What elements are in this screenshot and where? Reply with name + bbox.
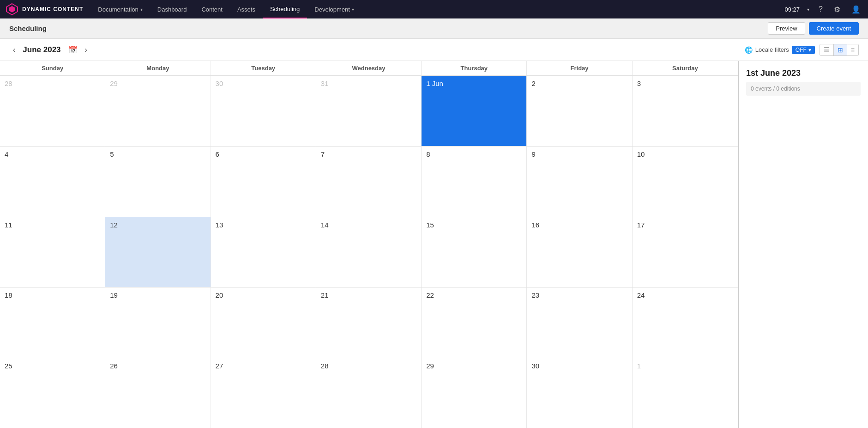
settings-button[interactable]: ⚙ (832, 3, 842, 16)
calendar-cell[interactable]: 3 (633, 76, 738, 146)
day-number: 13 (216, 221, 223, 229)
calendar-controls: 🌐 Locale filters OFF ▾ ☰ ⊞ ≡ (745, 44, 859, 56)
day-headers: SundayMondayTuesdayWednesdayThursdayFrid… (0, 61, 738, 76)
day-number: 16 (531, 221, 539, 229)
chevron-down-icon: ▾ (352, 7, 354, 12)
calendar-cell[interactable]: 30 (211, 76, 316, 146)
day-number: 1 Jun (426, 79, 443, 87)
day-number: 28 (321, 362, 329, 370)
calendar-cell[interactable]: 10 (633, 147, 738, 217)
calendar-cell[interactable]: 22 (422, 287, 527, 358)
calendar-cell[interactable]: 28 (316, 358, 422, 428)
day-number: 31 (321, 79, 329, 87)
calendar-week-2: 11121314151617 (0, 217, 738, 288)
calendar-cell[interactable]: 5 (105, 147, 211, 217)
time-chevron-icon: ▾ (807, 7, 809, 12)
calendar-cell[interactable]: 15 (422, 217, 527, 287)
sub-header: Scheduling Preview Create event (0, 18, 868, 39)
day-number: 12 (110, 221, 118, 229)
calendar-week-1: 45678910 (0, 147, 738, 217)
day-number: 6 (216, 150, 219, 158)
preview-button[interactable]: Preview (768, 22, 805, 35)
chevron-down-icon: ▾ (140, 7, 143, 12)
help-button[interactable]: ? (817, 3, 825, 15)
calendar-cell[interactable]: 7 (316, 147, 422, 217)
calendar-cell[interactable]: 24 (633, 287, 738, 358)
list-view-button[interactable]: ☰ (820, 44, 834, 55)
calendar-cell[interactable]: 26 (105, 358, 211, 428)
day-number: 2 (531, 79, 535, 87)
locale-toggle-button[interactable]: OFF ▾ (792, 46, 815, 54)
calendar-cell[interactable]: 14 (316, 217, 422, 287)
calendar-cell[interactable]: 31 (316, 76, 422, 146)
calendar-cell[interactable]: 25 (0, 358, 105, 428)
nav-item-dashboard[interactable]: Dashboard (150, 0, 194, 18)
side-panel: 1st June 2023 0 events / 0 editions (739, 61, 868, 428)
calendar-main: SundayMondayTuesdayWednesdayThursdayFrid… (0, 61, 739, 428)
calendar-cell[interactable]: 29 (422, 358, 527, 428)
calendar-week-3: 18192021222324 (0, 287, 738, 358)
week-view-button[interactable]: ≡ (847, 44, 858, 55)
calendar-cell[interactable]: 20 (211, 287, 316, 358)
top-navigation: DYNAMIC CONTENT Documentation ▾ Dashboar… (0, 0, 868, 18)
calendar-header: ‹ June 2023 📅 › 🌐 Locale filters OFF ▾ ☰… (0, 39, 868, 61)
nav-time: 09:27 (785, 6, 800, 13)
day-number: 30 (216, 79, 223, 87)
month-view-button[interactable]: ⊞ (834, 44, 847, 55)
logo-text: DYNAMIC CONTENT (22, 6, 83, 12)
nav-item-development[interactable]: Development ▾ (307, 0, 362, 18)
day-number: 24 (637, 291, 645, 299)
calendar-cell[interactable]: 19 (105, 287, 211, 358)
calendar-cell[interactable]: 30 (527, 358, 632, 428)
day-number: 25 (5, 362, 12, 370)
day-number: 7 (321, 150, 325, 158)
calendar-cell[interactable]: 16 (527, 217, 632, 287)
day-label-thursday: Thursday (422, 61, 527, 75)
calendar-cell[interactable]: 29 (105, 76, 211, 146)
day-number: 8 (426, 150, 430, 158)
calendar-cell[interactable]: 12 (105, 217, 211, 287)
calendar-icon-button[interactable]: 📅 (65, 43, 81, 56)
nav-item-documentation[interactable]: Documentation ▾ (90, 0, 150, 18)
nav-item-assets[interactable]: Assets (230, 0, 263, 18)
day-number: 22 (426, 291, 434, 299)
day-number: 27 (216, 362, 223, 370)
calendar-cell[interactable]: 9 (527, 147, 632, 217)
calendar-cell[interactable]: 4 (0, 147, 105, 217)
nav-right: 09:27 ▾ ? ⚙ 👤 (785, 3, 862, 16)
calendar-cell[interactable]: 6 (211, 147, 316, 217)
calendar-cell[interactable]: 11 (0, 217, 105, 287)
calendar-cell[interactable]: 2 (527, 76, 632, 146)
calendar-cell[interactable]: 1 (633, 358, 738, 428)
day-number: 18 (5, 291, 12, 299)
calendar-cell[interactable]: 1 Jun (422, 76, 527, 146)
calendar-week-0: 282930311 Jun23 (0, 76, 738, 147)
prev-month-button[interactable]: ‹ (9, 44, 19, 56)
day-number: 17 (637, 221, 645, 229)
create-event-button[interactable]: Create event (809, 22, 859, 35)
day-number: 10 (637, 150, 645, 158)
nav-item-scheduling[interactable]: Scheduling (263, 0, 307, 18)
user-button[interactable]: 👤 (850, 3, 862, 16)
calendar-cell[interactable]: 8 (422, 147, 527, 217)
calendar-cell[interactable]: 18 (0, 287, 105, 358)
selected-date-title: 1st June 2023 (746, 68, 861, 78)
locale-filter: 🌐 Locale filters OFF ▾ (745, 46, 815, 54)
day-number: 15 (426, 221, 434, 229)
calendar-cell[interactable]: 21 (316, 287, 422, 358)
day-label-monday: Monday (105, 61, 211, 75)
calendar-cell[interactable]: 27 (211, 358, 316, 428)
calendar-cell[interactable]: 13 (211, 217, 316, 287)
next-month-button[interactable]: › (81, 44, 91, 56)
calendar-cell[interactable]: 28 (0, 76, 105, 146)
day-number: 14 (321, 221, 329, 229)
calendar-cell[interactable]: 17 (633, 217, 738, 287)
logo[interactable]: DYNAMIC CONTENT (6, 3, 83, 16)
nav-item-content[interactable]: Content (194, 0, 230, 18)
calendar-week-4: 2526272829301 (0, 358, 738, 428)
day-label-saturday: Saturday (633, 61, 738, 75)
month-title: June 2023 (23, 45, 60, 55)
events-info: 0 events / 0 editions (746, 82, 861, 96)
calendar-container: SundayMondayTuesdayWednesdayThursdayFrid… (0, 61, 868, 428)
calendar-cell[interactable]: 23 (527, 287, 632, 358)
